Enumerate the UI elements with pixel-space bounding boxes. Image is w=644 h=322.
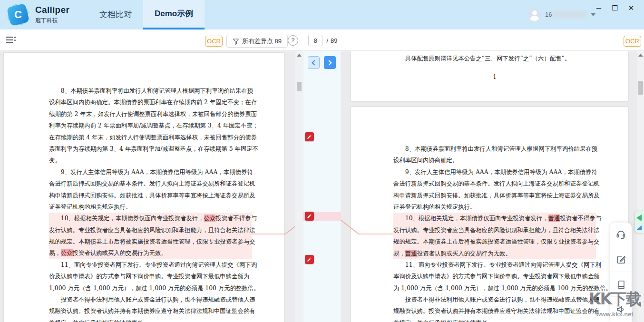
doc-line: 设利率区间内协商确定。 — [393, 155, 596, 166]
tab-demo[interactable]: Demo示例 — [143, 0, 205, 29]
tab-doc-compare[interactable]: 文档比对 — [88, 0, 143, 29]
diff-gutter — [303, 51, 341, 322]
doc-line: 9、发行人主体信用等级为 AAA，本期债券信用等级为 AAA，本期债券符 — [393, 166, 596, 178]
avatar — [528, 8, 541, 21]
page-total: 89 — [331, 37, 337, 44]
logo-letter: C — [7, 4, 29, 26]
user-menu[interactable]: 16 — [528, 8, 595, 21]
feedback-icon — [616, 254, 626, 265]
manual-icon — [616, 279, 626, 290]
doc-line: 具体配售原则请详见本公告之“三、网下发行”之“（六）配售”。 — [393, 53, 596, 64]
doc-line: 续期的第 2 年末，如发行人行使调整票面利率选择权，未被回售部分的债券票面 — [49, 108, 252, 120]
page-number-footer: 1 — [393, 71, 596, 83]
doc-line: 设利率区间内协商确定。本期债券的票面利率在存续期内前 2 年固定不变；在存 — [49, 97, 252, 108]
diff-highlighted-word: 普通 — [405, 250, 417, 257]
doc-line: 关规定，并自行承担相应的法律责任。 — [49, 317, 252, 322]
doc-line: 利率为存续期内前 2 年票面利率加/减调整基点，在存续期第 3、4 年固定不变； — [49, 120, 252, 131]
manual-button[interactable] — [610, 272, 632, 297]
page-nav: / 89 — [304, 35, 342, 46]
window-maximize-button[interactable]: ☐ — [607, 2, 623, 14]
doc-line: 8、本期债券票面利率将由发行人和簿记管理人根据网下利率询价结果在预 — [49, 85, 252, 97]
brand-name: Calliper — [35, 5, 69, 15]
doc-line: 易，普通投资者认购或买入的交易行为无效。 — [393, 248, 596, 259]
left-document-panel: 8、本期债券票面利率将由发行人和簿记管理人根据网下利率询价结果在预设利率区间内协… — [0, 51, 295, 322]
ocr-button-right[interactable]: OCR — [624, 36, 641, 47]
announcement-icon — [615, 304, 626, 315]
doc-line: 构申请新质押式回购安排。如获批准，具体折算率等事宜将按上海证券交易所及 — [49, 190, 252, 201]
chevron-right-icon — [326, 60, 332, 65]
diff-marker-pencil-icon[interactable] — [305, 132, 314, 141]
diff-filter-label: 所有差异点 89 — [242, 37, 282, 46]
doc-line: 规融资认购。投资者认购并持有本期债券应遵守相关法律法规和中国证监会的有 — [393, 305, 596, 317]
scroll-up-icon[interactable] — [297, 54, 302, 57]
diff-list-icon[interactable] — [6, 37, 17, 44]
right-scrollbar-thumb[interactable] — [638, 81, 643, 95]
user-name-prefix: 16 — [545, 11, 552, 18]
doc-line: 价及认购申请表》的方式参与网下询价申购。专业投资者网下最低申购金额为 — [49, 271, 252, 282]
left-scrollbar[interactable] — [295, 51, 303, 322]
toolbar: OCR 所有差异点 89 ? / 89 OCR — [0, 29, 644, 51]
page-number-input[interactable] — [308, 35, 322, 46]
right-document-page-2: 8、本期债券票面利率将由发行人和簿记管理人根据网下利率询价结果在预设利率区间内协… — [351, 107, 628, 322]
doc-line: 11、面向专业投资者网下发行。专业投资者通过向簿记管理人提交《网下利 — [393, 259, 596, 271]
left-document-page: 8、本期债券票面利率将由发行人和簿记管理人根据网下利率询价结果在预设利率区间内协… — [4, 53, 284, 322]
floating-side-toolbar — [610, 223, 632, 322]
doc-line: 构申请新质押式回购安排。如获批准，具体折算率等事宜将按上海证券交易所及 — [393, 190, 596, 201]
funnel-icon — [233, 38, 239, 45]
left-scrollbar-thumb[interactable] — [297, 82, 302, 91]
ocr-button-left[interactable]: OCR — [205, 36, 223, 47]
feedback-button[interactable] — [610, 247, 632, 272]
announcement-button[interactable] — [610, 297, 632, 322]
doc-line: 11、面向专业投资者网下发行。专业投资者通过向簿记管理人提交《网下询 — [49, 259, 252, 271]
doc-line: 为 1,000 万元（含 1,000 万元），超过 1,000 万元的必须是 1… — [393, 283, 596, 294]
customer-service-button[interactable] — [610, 223, 632, 247]
doc-line: 易，公众投资者认购或买入的交易行为无效。 — [49, 247, 252, 259]
diff-highlighted-word: 普通 — [548, 215, 560, 222]
main-tabs: 文档比对 Demo示例 — [88, 0, 205, 29]
doc-line: 投资者不得非法利用他人账户或资金进行认购，也不得违规融资或替他人违 — [393, 294, 596, 305]
doc-line: 发行认购。专业投资者应当具备相应的风险识别和承担能力，且符合相关法律法 — [49, 224, 252, 236]
doc-line: 规的规定。本期债券上市后将被实施投资者适当性管理，仅限专业投资者参与交 — [49, 236, 252, 247]
doc-line: 合进行新质押式回购交易的基本条件。发行人拟向上海证券交易所和证券登记机 — [49, 178, 252, 189]
page-separator: / — [326, 37, 328, 44]
help-icon[interactable]: ? — [288, 35, 298, 46]
doc-line: 9、发行人主体信用等级为 AAA，本期债券信用等级为 AAA，本期债券符 — [49, 166, 252, 178]
brand-subtitle: 庖丁科技 — [35, 17, 69, 25]
doc-line: 率询价及认购申请表》的方式参与网下询价申购。专业投资者网下最低申购金额 — [393, 271, 596, 282]
doc-line: 8、本期债券票面利率将由发行人和簿记管理人根据网下利率询价结果在预 — [393, 143, 596, 155]
chevron-left-icon — [312, 60, 317, 65]
blue-corner-icon — [637, 225, 642, 230]
doc-line: 在存续期的第 4 年末，如发行人行使调整票面利率选择权，未被回售部分的债券 — [49, 132, 252, 143]
edge-floating-widget[interactable] — [635, 211, 644, 233]
diff-marker-pencil-icon[interactable] — [305, 255, 314, 264]
diff-highlighted-word: 公众 — [61, 249, 73, 256]
doc-line: 规的规定。本期债券上市后将被实施投资者适当性管理，仅限专业投资者参与交 — [393, 236, 596, 247]
customer-service-icon — [615, 229, 626, 240]
window-close-button[interactable]: ✕ — [623, 2, 639, 14]
doc-line: 关规定，并自行承担相应的法律责任。 — [393, 317, 596, 322]
diff-filter-button[interactable]: 所有差异点 89 — [226, 35, 288, 48]
right-document-page-1: 具体配售原则请详见本公告之“三、网下发行”之“（六）配售”。1 — [351, 51, 628, 101]
right-document-panel: 具体配售原则请详见本公告之“三、网下发行”之“（六）配售”。1 8、本期债券票面… — [341, 51, 637, 322]
doc-line: 票面利率为存续期内第 3、4 年票面利率加/减调整基点，在存续期第 5 年固定不 — [49, 143, 252, 155]
doc-line: 合进行新质押式回购交易的基本条件。发行人拟向上海证券交易所和证券登记机 — [393, 178, 596, 189]
doc-line: 1,000 万元（含 1,000 万元），超过 1,000 万元的必须是 100… — [49, 283, 252, 294]
doc-line: 证券登记机构的相关规定执行。 — [49, 201, 252, 213]
doc-line: 证券登记机构的相关规定执行。 — [393, 201, 596, 213]
scroll-up-icon[interactable] — [638, 54, 643, 57]
diff-marker-pencil-icon[interactable] — [305, 212, 314, 221]
doc-line: 投资者不得非法利用他人账户或资金进行认购，也不得违规融资或替他人违 — [49, 294, 252, 305]
green-arrow-icon — [636, 215, 642, 221]
diff-highlighted-word: 公众 — [204, 215, 216, 222]
right-scrollbar[interactable] — [637, 51, 644, 322]
doc-line: 10、根据相关规定，本期债券仅面向专业投资者发行，普通投资者不得参与 — [393, 213, 596, 224]
next-diff-button[interactable] — [324, 56, 336, 69]
prev-diff-button[interactable] — [308, 56, 320, 69]
app-header: C Calliper 庖丁科技 文档比对 Demo示例 16 ─ ☐ ✕ — [0, 0, 644, 29]
window-minimize-button[interactable]: ─ — [591, 2, 607, 14]
doc-line: 10、根据相关规定，本期债券仅面向专业投资者发行，公众投资者不得参与 — [49, 213, 252, 224]
user-name-masked — [553, 11, 587, 18]
app-logo-icon: C — [7, 4, 29, 26]
doc-line: 变。 — [49, 155, 252, 166]
doc-line: 规融资认购。投资者认购并持有本期债券应遵守相关法律法规和中国证监会的有 — [49, 305, 252, 317]
